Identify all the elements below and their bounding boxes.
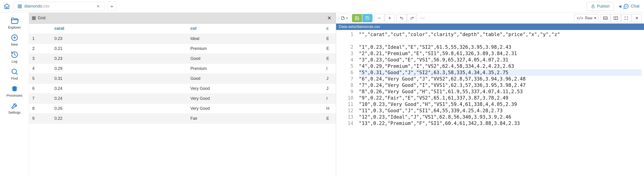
- plus-circle-icon: [11, 34, 18, 41]
- table-cell[interactable]: Ideal: [187, 34, 323, 44]
- sidebar-item-find[interactable]: Find: [0, 66, 29, 82]
- home-button[interactable]: [3, 2, 11, 10]
- table-cell[interactable]: Good: [187, 74, 323, 84]
- code-line[interactable]: "","carat","cut","color","clarity","dept…: [359, 31, 642, 44]
- table-cell[interactable]: Very Good: [187, 93, 323, 103]
- code-lines[interactable]: "","carat","cut","color","clarity","dept…: [356, 30, 644, 176]
- split-vertical-button[interactable]: [611, 14, 621, 22]
- editor-close-button[interactable]: ✕: [632, 14, 642, 22]
- table-row[interactable]: 80.26Very GoodH: [29, 103, 336, 113]
- code-line[interactable]: "13",0.22,"Premium","F","SI1",60.4,61,34…: [359, 120, 642, 127]
- table-cell[interactable]: E: [323, 113, 336, 123]
- publish-button[interactable]: Publish: [587, 2, 614, 11]
- column-header[interactable]: carat: [51, 24, 187, 34]
- redo-button[interactable]: [407, 14, 417, 22]
- table-cell[interactable]: I: [323, 64, 336, 74]
- table-cell[interactable]: Premium: [187, 44, 323, 54]
- sidebar-item-log[interactable]: Log: [0, 49, 29, 65]
- table-row[interactable]: 40.29PremiumI: [29, 64, 336, 74]
- table-cell[interactable]: E: [323, 34, 336, 44]
- table-cell[interactable]: Premium: [187, 64, 323, 74]
- code-line[interactable]: "12",0.23,"Ideal","J","VS1",62.8,56,340,…: [359, 114, 642, 120]
- code-line[interactable]: "1",0.23,"Ideal","E","SI2",61.5,55,326,3…: [359, 44, 642, 50]
- table-cell[interactable]: 0.26: [51, 103, 187, 113]
- save-button[interactable]: [352, 14, 362, 22]
- table-cell[interactable]: 7: [29, 93, 51, 103]
- chat-label: Chat: [631, 4, 640, 9]
- table-cell[interactable]: I: [323, 93, 336, 103]
- undo-button[interactable]: [396, 14, 406, 22]
- code-line[interactable]: "8",0.26,"Very Good","H","SI1",61.9,55,3…: [359, 88, 642, 95]
- zoom-in-button[interactable]: +: [385, 14, 395, 22]
- code-line[interactable]: "7",0.24,"Very Good","I","VVS1",62.3,57,…: [359, 82, 642, 88]
- table-cell[interactable]: 9: [29, 113, 51, 123]
- table-cell[interactable]: J: [323, 74, 336, 84]
- line-number: 5: [337, 63, 354, 69]
- table-cell[interactable]: Very Good: [187, 84, 323, 93]
- table-cell[interactable]: 1: [29, 34, 51, 44]
- tab-close-button[interactable]: ✕: [96, 3, 101, 10]
- table-row[interactable]: 60.24Very GoodJ: [29, 84, 336, 93]
- table-row[interactable]: 30.23GoodE: [29, 54, 336, 64]
- table-cell[interactable]: 0.22: [51, 113, 187, 123]
- sidebar-item-explorer[interactable]: Explorer: [0, 14, 29, 31]
- code-line[interactable]: "9",0.22,"Fair","E","VS2",65.1,61,337,3.…: [359, 95, 642, 101]
- svg-rect-0: [18, 4, 22, 8]
- code-line[interactable]: "5",0.31,"Good","J","SI2",63.3,58,335,4.…: [359, 69, 642, 76]
- chat-button[interactable]: ◀ Chat: [617, 3, 641, 9]
- table-cell[interactable]: 3: [29, 54, 51, 64]
- column-header[interactable]: cut: [187, 24, 323, 34]
- table-cell[interactable]: 4: [29, 64, 51, 74]
- code-editor[interactable]: 1234567891011121314 "","carat","cut","co…: [336, 30, 644, 176]
- fullscreen-button[interactable]: [621, 14, 631, 22]
- table-row[interactable]: 90.22FairE: [29, 113, 336, 123]
- zoom-out-button[interactable]: −: [374, 14, 384, 22]
- table-cell[interactable]: J: [323, 84, 336, 93]
- table-cell[interactable]: 5: [29, 74, 51, 84]
- column-header[interactable]: c: [323, 24, 336, 34]
- file-tab[interactable]: diamonds.csv ✕: [14, 2, 104, 11]
- table-cell[interactable]: 6: [29, 84, 51, 93]
- grid-body[interactable]: caratcutc 10.23IdealE20.21PremiumE30.23G…: [29, 24, 336, 176]
- table-cell[interactable]: 0.21: [51, 44, 187, 54]
- tab-ext: .csv: [42, 4, 49, 8]
- table-cell[interactable]: H: [323, 103, 336, 113]
- code-line[interactable]: "3",0.23,"Good","E","VS1",56.9,65,327,4.…: [359, 57, 642, 63]
- table-cell[interactable]: Very Good: [187, 103, 323, 113]
- split-horizontal-button[interactable]: [600, 14, 610, 22]
- table-cell[interactable]: 8: [29, 103, 51, 113]
- save-icon: [355, 16, 359, 20]
- table-cell[interactable]: 0.24: [51, 93, 187, 103]
- tab-add-button[interactable]: ＋: [107, 2, 116, 11]
- new-file-dropdown[interactable]: ▾: [338, 14, 350, 22]
- sidebar-label-find: Find: [11, 77, 18, 80]
- code-line[interactable]: "10",0.23,"Very Good","H","VS1",59.4,61,…: [359, 101, 642, 107]
- table-cell[interactable]: E: [323, 54, 336, 64]
- table-cell[interactable]: Good: [187, 54, 323, 64]
- table-row[interactable]: 10.23IdealE: [29, 34, 336, 44]
- code-line[interactable]: "2",0.21,"Premium","E","SI1",59.8,61,326…: [359, 50, 642, 57]
- table-cell[interactable]: 0.24: [51, 84, 187, 93]
- sidebar-item-processes[interactable]: Processes: [0, 83, 29, 99]
- table-row[interactable]: 70.24Very GoodI: [29, 93, 336, 103]
- code-line[interactable]: "6",0.24,"Very Good","J","VVS2",62.8,57,…: [359, 76, 642, 82]
- history-button[interactable]: [362, 14, 372, 22]
- code-line[interactable]: "4",0.29,"Premium","I","VS2",62.4,58,334…: [359, 63, 642, 69]
- more-button[interactable]: ···: [418, 14, 428, 22]
- table-cell[interactable]: 0.29: [51, 64, 187, 74]
- code-line[interactable]: "11",0.3,"Good","J","SI1",64,55,339,4.25…: [359, 107, 642, 114]
- grid-close-button[interactable]: ✕: [326, 14, 333, 22]
- column-header[interactable]: [29, 24, 51, 34]
- sidebar-item-settings[interactable]: Settings: [0, 100, 29, 116]
- view-mode-dropdown[interactable]: </> Raw ▾: [574, 14, 598, 22]
- table-cell[interactable]: 2: [29, 44, 51, 54]
- table-cell[interactable]: E: [323, 44, 336, 54]
- table-row[interactable]: 50.31GoodJ: [29, 74, 336, 84]
- sidebar-item-new[interactable]: New: [0, 32, 29, 48]
- table-cell[interactable]: Fair: [187, 113, 323, 123]
- table-cell[interactable]: 0.23: [51, 54, 187, 64]
- table-row[interactable]: 20.21PremiumE: [29, 44, 336, 54]
- table-cell[interactable]: 0.31: [51, 74, 187, 84]
- data-table[interactable]: caratcutc 10.23IdealE20.21PremiumE30.23G…: [29, 24, 336, 124]
- table-cell[interactable]: 0.23: [51, 34, 187, 44]
